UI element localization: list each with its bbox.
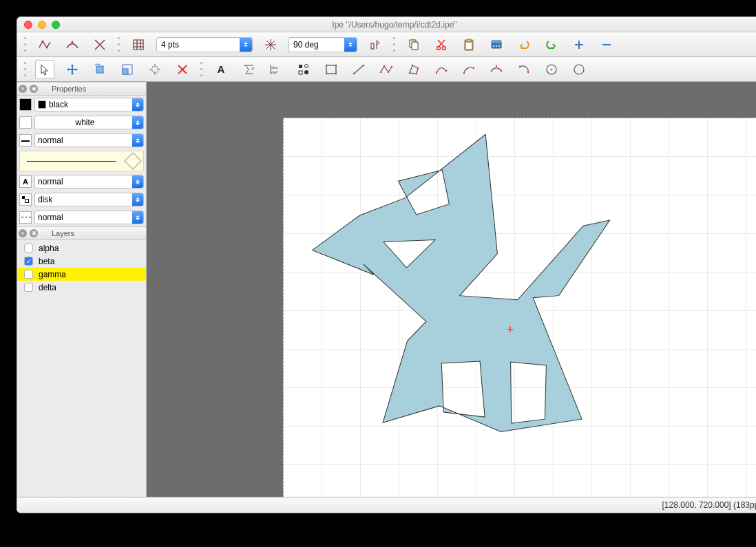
layer-checkbox[interactable] bbox=[24, 283, 33, 292]
zoom-out-button[interactable] bbox=[597, 35, 616, 54]
linestyle-swatch[interactable] bbox=[19, 134, 32, 147]
snap-control-button[interactable] bbox=[63, 35, 82, 54]
svg-point-66 bbox=[463, 72, 465, 73]
scale-tool[interactable] bbox=[118, 60, 137, 79]
snap-intersection-button[interactable] bbox=[90, 35, 109, 54]
linestyle-value: normal bbox=[38, 136, 63, 145]
arrow-preview[interactable] bbox=[19, 151, 144, 171]
zoom-in-button[interactable] bbox=[569, 35, 589, 54]
panel-detach-icon[interactable] bbox=[30, 85, 38, 93]
select-tool[interactable] bbox=[35, 60, 54, 79]
linestyle-combo[interactable]: normal bbox=[34, 133, 144, 147]
svg-point-23 bbox=[496, 45, 497, 47]
layer-item-beta[interactable]: beta bbox=[17, 255, 146, 268]
layer-list: alphabetagammadelta bbox=[17, 240, 146, 295]
layer-checkbox[interactable] bbox=[24, 270, 33, 279]
toolbar2-overflow-icon[interactable]: » bbox=[749, 63, 756, 76]
paste-button[interactable] bbox=[459, 35, 479, 54]
window-zoom-button[interactable] bbox=[52, 21, 60, 29]
mark-value: disk bbox=[38, 195, 52, 204]
text-tool[interactable]: A bbox=[211, 60, 231, 79]
paragraph-tool[interactable]: abcdef bbox=[266, 60, 286, 79]
snap-angle-button[interactable] bbox=[261, 35, 280, 54]
layer-checkbox[interactable] bbox=[24, 244, 33, 253]
snap-auto-button[interactable] bbox=[366, 35, 385, 54]
svg-point-22 bbox=[493, 45, 494, 47]
snap-grid-button[interactable] bbox=[129, 35, 148, 54]
layer-item-gamma[interactable]: gamma bbox=[17, 268, 146, 281]
svg-point-5 bbox=[99, 43, 101, 45]
stroke-combo[interactable]: black bbox=[34, 98, 144, 111]
rectangle-tool[interactable] bbox=[322, 60, 341, 79]
layers-header: Layers bbox=[17, 226, 146, 240]
undo-button[interactable] bbox=[514, 35, 534, 54]
line-tool[interactable] bbox=[349, 60, 368, 79]
textsize-value: normal bbox=[38, 177, 63, 186]
snap-vertex-button[interactable] bbox=[35, 35, 54, 54]
stroke-swatch[interactable] bbox=[19, 98, 32, 111]
pan-tool[interactable] bbox=[173, 60, 192, 79]
svg-rect-47 bbox=[326, 65, 336, 74]
stretch-tool[interactable] bbox=[145, 60, 165, 79]
mark-tool[interactable] bbox=[294, 60, 313, 79]
shape-polygon bbox=[313, 134, 610, 431]
svg-line-52 bbox=[354, 65, 364, 74]
arc3-tool[interactable] bbox=[514, 60, 534, 79]
circle-tool[interactable] bbox=[569, 60, 589, 79]
angle-combo[interactable]: 90 deg bbox=[288, 37, 357, 52]
textsize-combo[interactable]: normal bbox=[34, 175, 144, 189]
svg-point-13 bbox=[437, 46, 441, 50]
status-coordinates: [128.000, 720.000] (183ppi) bbox=[662, 500, 756, 510]
svg-point-24 bbox=[498, 45, 500, 47]
window-close-button[interactable] bbox=[24, 21, 32, 29]
spline-tool[interactable] bbox=[432, 60, 451, 79]
window-title: Ipe "/Users/hugo/temp/i/cdt2d.ipe" bbox=[17, 20, 756, 30]
layer-item-alpha[interactable]: alpha bbox=[17, 242, 146, 255]
circle-center-tool[interactable] bbox=[542, 60, 561, 79]
svg-rect-43 bbox=[299, 65, 302, 68]
fill-combo[interactable]: white bbox=[34, 116, 144, 129]
cut-button[interactable] bbox=[432, 35, 451, 54]
rotate-tool[interactable] bbox=[90, 60, 109, 79]
svg-rect-19 bbox=[466, 43, 472, 49]
math-tool[interactable]: yi bbox=[239, 60, 258, 79]
delete-button[interactable] bbox=[487, 35, 506, 54]
panel-close-icon[interactable] bbox=[19, 85, 27, 93]
mark-combo[interactable]: disk bbox=[34, 193, 144, 206]
canvas-area[interactable]: + bbox=[147, 82, 756, 497]
mark-swatch[interactable] bbox=[19, 193, 32, 206]
stroke-value: black bbox=[49, 100, 68, 109]
svg-point-0 bbox=[42, 40, 44, 42]
svg-point-54 bbox=[363, 64, 365, 66]
properties-header: Properties bbox=[17, 82, 146, 96]
textsize-swatch[interactable]: A bbox=[19, 175, 32, 188]
svg-point-69 bbox=[496, 65, 497, 66]
toolbar-tools: A yi abcdef » bbox=[17, 57, 756, 82]
layer-item-delta[interactable]: delta bbox=[17, 281, 146, 294]
toolbar-main: 4 pts 90 deg » bbox=[17, 32, 756, 57]
arc2-tool[interactable] bbox=[487, 60, 506, 79]
polyline-tool[interactable] bbox=[377, 60, 396, 79]
redo-button[interactable] bbox=[542, 35, 561, 54]
svg-point-44 bbox=[304, 70, 308, 74]
layer-checkbox[interactable] bbox=[24, 257, 33, 266]
svg-text:A: A bbox=[218, 63, 225, 75]
polygon-tool[interactable] bbox=[404, 60, 423, 79]
dash-swatch[interactable] bbox=[19, 211, 32, 224]
grid-size-combo[interactable]: 4 pts bbox=[156, 37, 253, 52]
layers-close-icon[interactable] bbox=[19, 229, 27, 237]
layers-detach-icon[interactable] bbox=[30, 229, 38, 237]
paper: + bbox=[283, 118, 756, 497]
svg-rect-28 bbox=[96, 66, 103, 73]
dash-combo[interactable]: normal bbox=[34, 211, 144, 224]
fill-swatch[interactable] bbox=[19, 116, 32, 129]
svg-rect-31 bbox=[152, 67, 158, 72]
arc-tool[interactable] bbox=[459, 60, 479, 79]
move-tool[interactable] bbox=[63, 60, 82, 79]
svg-point-58 bbox=[391, 65, 392, 67]
toolbar-overflow-icon[interactable]: » bbox=[749, 39, 756, 51]
copy-button[interactable] bbox=[404, 35, 423, 54]
window-minimize-button[interactable] bbox=[38, 21, 46, 29]
app-window: Ipe "/Users/hugo/temp/i/cdt2d.ipe" 4 pts… bbox=[17, 17, 756, 513]
dash-value: normal bbox=[38, 213, 63, 222]
